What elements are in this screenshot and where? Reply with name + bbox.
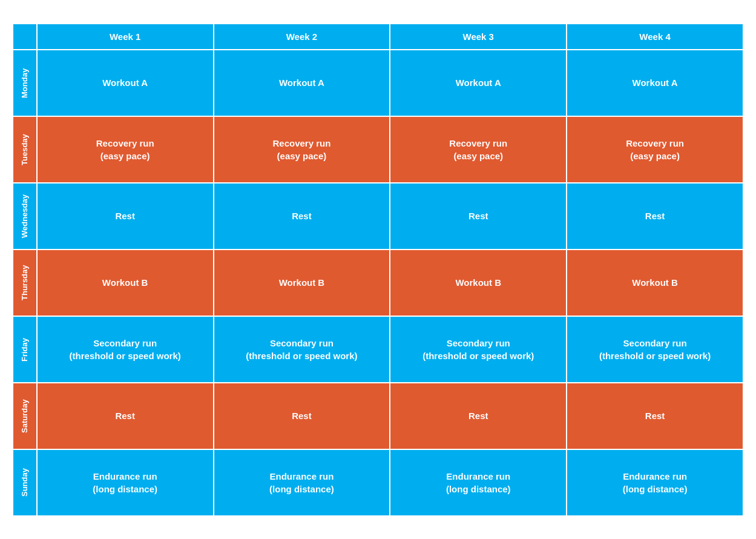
day-label-tuesday: Tuesday xyxy=(13,116,37,183)
cell-sunday-week2: Endurance run(long distance) xyxy=(214,449,390,516)
day-label-sunday: Sunday xyxy=(13,449,37,516)
cell-friday-week2: Secondary run(threshold or speed work) xyxy=(214,316,390,383)
workout-schedule-table: Week 1 Week 2 Week 3 Week 4 MondayWorkou… xyxy=(12,23,744,517)
cell-thursday-week4: Workout B xyxy=(567,250,743,316)
cell-monday-week2: Workout A xyxy=(214,50,390,116)
cell-tuesday-week2: Recovery run(easy pace) xyxy=(214,116,390,183)
cell-thursday-week1: Workout B xyxy=(37,250,214,316)
cell-saturday-week1: Rest xyxy=(37,383,214,449)
cell-monday-week3: Workout A xyxy=(390,50,567,116)
cell-friday-week4: Secondary run(threshold or speed work) xyxy=(567,316,743,383)
cell-wednesday-week3: Rest xyxy=(390,183,567,250)
cell-saturday-week2: Rest xyxy=(214,383,390,449)
cell-tuesday-week3: Recovery run(easy pace) xyxy=(390,116,567,183)
cell-wednesday-week1: Rest xyxy=(37,183,214,250)
cell-saturday-week3: Rest xyxy=(390,383,567,449)
day-label-thursday: Thursday xyxy=(13,250,37,316)
day-label-wednesday: Wednesday xyxy=(13,183,37,250)
week3-header: Week 3 xyxy=(390,24,567,50)
cell-thursday-week3: Workout B xyxy=(390,250,567,316)
week2-header: Week 2 xyxy=(214,24,390,50)
cell-friday-week1: Secondary run(threshold or speed work) xyxy=(37,316,214,383)
day-label-saturday: Saturday xyxy=(13,383,37,449)
day-label-friday: Friday xyxy=(13,316,37,383)
cell-friday-week3: Secondary run(threshold or speed work) xyxy=(390,316,567,383)
cell-thursday-week2: Workout B xyxy=(214,250,390,316)
cell-monday-week4: Workout A xyxy=(567,50,743,116)
week1-header: Week 1 xyxy=(37,24,214,50)
cell-wednesday-week2: Rest xyxy=(214,183,390,250)
cell-tuesday-week1: Recovery run(easy pace) xyxy=(37,116,214,183)
cell-monday-week1: Workout A xyxy=(37,50,214,116)
cell-tuesday-week4: Recovery run(easy pace) xyxy=(567,116,743,183)
cell-sunday-week3: Endurance run(long distance) xyxy=(390,449,567,516)
week4-header: Week 4 xyxy=(567,24,743,50)
cell-sunday-week4: Endurance run(long distance) xyxy=(567,449,743,516)
cell-saturday-week4: Rest xyxy=(567,383,743,449)
day-label-monday: Monday xyxy=(13,50,37,116)
cell-wednesday-week4: Rest xyxy=(567,183,743,250)
corner-cell xyxy=(13,24,37,50)
cell-sunday-week1: Endurance run(long distance) xyxy=(37,449,214,516)
